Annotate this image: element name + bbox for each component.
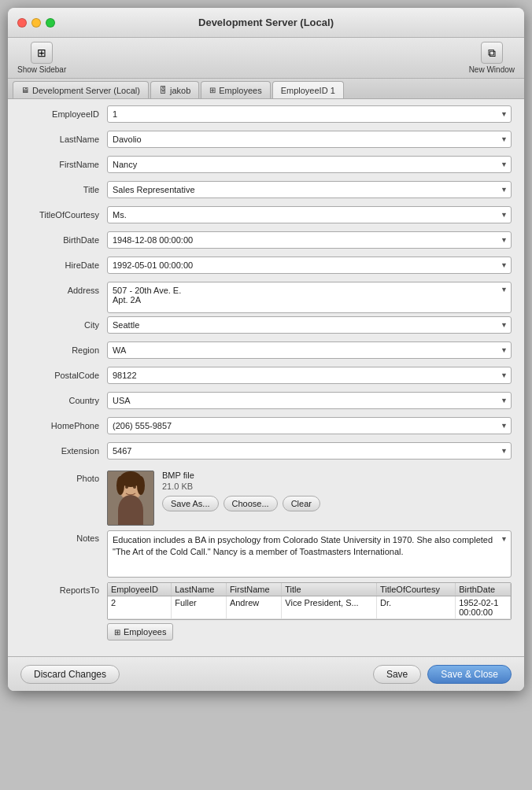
photo-info: BMP file 21.0 KB Save As... Choose... Cl… [162, 471, 320, 511]
window-title: Development Server (Local) [198, 17, 334, 28]
title-of-courtesy-dropdown[interactable]: Ms. ▼ [107, 206, 512, 223]
employees-button[interactable]: ⊞ Employees [107, 623, 173, 640]
birth-date-dropdown[interactable]: 1948-12-08 00:00:00 ▼ [107, 231, 512, 249]
employees-button-label: Employees [124, 627, 166, 637]
title-arrow: ▼ [501, 186, 508, 194]
notes-dropdown[interactable]: Education includes a BA in psychology fr… [107, 530, 512, 578]
title-of-courtesy-arrow: ▼ [501, 211, 508, 219]
save-as-button[interactable]: Save As... [162, 496, 219, 511]
reports-to-field: EmployeeID LastName FirstName Title Titl… [107, 582, 512, 640]
country-dropdown[interactable]: USA ▼ [107, 392, 512, 409]
address-field: 507 - 20th Ave. E.Apt. 2A ▼ [107, 282, 512, 313]
notes-value: Education includes a BA in psychology fr… [113, 534, 501, 559]
employee-id-arrow: ▼ [501, 110, 508, 118]
show-sidebar-button[interactable]: ⊞ Show Sidebar [17, 42, 66, 74]
db-icon: 🗄 [159, 86, 167, 94]
photo-image [107, 471, 154, 526]
country-value: USA [113, 396, 131, 405]
hire-date-arrow: ▼ [501, 261, 508, 269]
title-row: Title Sales Representative ▼ [20, 181, 512, 203]
home-phone-value: (206) 555-9857 [113, 421, 172, 430]
tab-employeeid1[interactable]: EmployeeID 1 [272, 81, 344, 98]
region-dropdown[interactable]: WA ▼ [107, 341, 512, 359]
country-label: Country [20, 392, 107, 405]
minimize-button[interactable] [31, 18, 41, 28]
postal-code-label: PostalCode [20, 367, 107, 380]
cell-last-name: Fuller [172, 596, 227, 619]
reports-to-label: ReportsTo [20, 582, 107, 595]
photo-label: Photo [20, 471, 107, 483]
maximize-button[interactable] [46, 18, 55, 28]
employee-id-dropdown[interactable]: 1 ▼ [107, 105, 512, 123]
new-window-icon: ⧉ [481, 42, 503, 64]
title-of-courtesy-value: Ms. [113, 210, 127, 220]
city-value: Seattle [113, 320, 139, 330]
address-dropdown[interactable]: 507 - 20th Ave. E.Apt. 2A ▼ [107, 282, 512, 313]
table-row[interactable]: 2 Fuller Andrew Vice President, S... Dr.… [108, 596, 511, 619]
photo-area: BMP file 21.0 KB Save As... Choose... Cl… [107, 471, 512, 526]
save-button[interactable]: Save [373, 665, 421, 684]
save-close-button[interactable]: Save & Close [427, 665, 512, 684]
title-dropdown[interactable]: Sales Representative ▼ [107, 181, 512, 198]
city-dropdown[interactable]: Seattle ▼ [107, 316, 512, 334]
extension-dropdown[interactable]: 5467 ▼ [107, 442, 512, 460]
cell-title-of-courtesy: Dr. [376, 596, 455, 619]
tab-employees[interactable]: ⊞ Employees [201, 81, 270, 98]
extension-arrow: ▼ [501, 447, 508, 455]
photo-size: 21.0 KB [162, 482, 320, 491]
birth-date-value: 1948-12-08 00:00:00 [113, 235, 193, 245]
table-icon: ⊞ [209, 86, 216, 94]
region-row: Region WA ▼ [20, 341, 512, 364]
tab-jakob[interactable]: 🗄 jakob [150, 81, 199, 98]
hire-date-dropdown[interactable]: 1992-05-01 00:00:00 ▼ [107, 257, 512, 274]
tab-server[interactable]: 🖥 Development Server (Local) [13, 81, 149, 98]
first-name-field: Nancy ▼ [107, 156, 512, 173]
svg-point-9 [137, 476, 145, 495]
country-field: USA ▼ [107, 392, 512, 409]
postal-code-row: PostalCode 98122 ▼ [20, 367, 512, 389]
notes-arrow: ▼ [501, 534, 508, 545]
region-field: WA ▼ [107, 341, 512, 359]
clear-button[interactable]: Clear [283, 496, 320, 511]
choose-button[interactable]: Choose... [224, 496, 278, 511]
cell-title: Vice President, S... [282, 596, 377, 619]
hire-date-field: 1992-05-01 00:00:00 ▼ [107, 257, 512, 274]
hire-date-row: HireDate 1992-05-01 00:00:00 ▼ [20, 257, 512, 279]
country-arrow: ▼ [501, 397, 508, 404]
discard-changes-button[interactable]: Discard Changes [20, 665, 120, 684]
postal-code-dropdown[interactable]: 98122 ▼ [107, 367, 512, 384]
form-content: EmployeeID 1 ▼ LastName Davolio ▼ FirstN… [8, 99, 524, 656]
address-arrow: ▼ [501, 286, 508, 293]
notes-field-container: Education includes a BA in psychology fr… [107, 530, 512, 578]
svg-point-8 [116, 476, 124, 495]
table-header-row: EmployeeID LastName FirstName Title Titl… [108, 583, 511, 596]
first-name-dropdown[interactable]: Nancy ▼ [107, 156, 512, 173]
address-label: Address [20, 282, 107, 295]
col-employee-id: EmployeeID [108, 583, 172, 596]
home-phone-arrow: ▼ [501, 422, 508, 430]
home-phone-dropdown[interactable]: (206) 555-9857 ▼ [107, 417, 512, 434]
employee-id-row: EmployeeID 1 ▼ [20, 105, 512, 127]
extension-row: Extension 5467 ▼ [20, 442, 512, 464]
home-phone-field: (206) 555-9857 ▼ [107, 417, 512, 434]
country-row: Country USA ▼ [20, 392, 512, 414]
home-phone-label: HomePhone [20, 417, 107, 430]
close-button[interactable] [17, 18, 27, 28]
postal-code-field: 98122 ▼ [107, 367, 512, 384]
employees-table-icon: ⊞ [114, 628, 120, 637]
tab-server-label: Development Server (Local) [32, 86, 140, 95]
hire-date-label: HireDate [20, 257, 107, 270]
traffic-lights [17, 18, 55, 28]
birth-date-row: BirthDate 1948-12-08 00:00:00 ▼ [20, 231, 512, 253]
new-window-button[interactable]: ⧉ New Window [469, 42, 515, 74]
reports-table-container: EmployeeID LastName FirstName Title Titl… [107, 582, 512, 620]
title-field: Sales Representative ▼ [107, 181, 512, 198]
last-name-dropdown[interactable]: Davolio ▼ [107, 131, 512, 148]
extension-label: Extension [20, 442, 107, 456]
col-birth-date: BirthDate [456, 583, 511, 596]
region-label: Region [20, 341, 107, 355]
extension-field: 5467 ▼ [107, 442, 512, 460]
employee-id-value: 1 [113, 109, 117, 119]
col-last-name: LastName [172, 583, 227, 596]
city-label: City [20, 316, 107, 330]
